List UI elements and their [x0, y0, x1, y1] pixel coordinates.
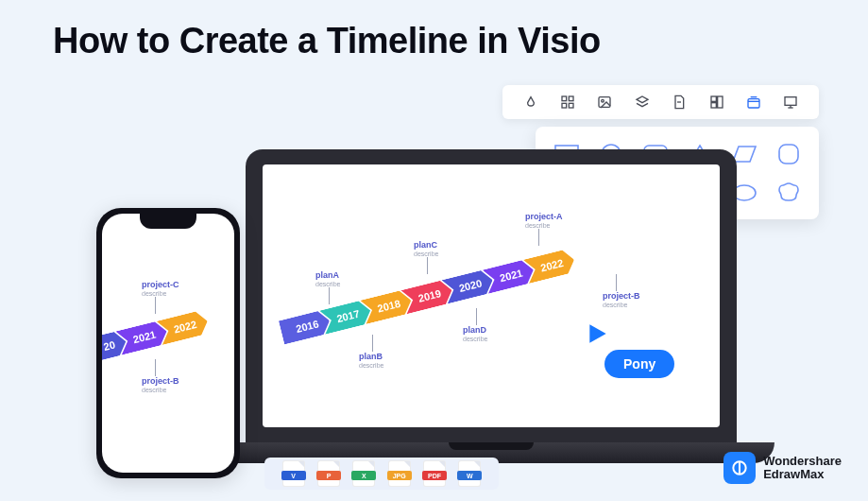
laptop-mockup: 2016 2017 2018 2019 2020 2021 2022 planA…	[246, 149, 737, 444]
apps-icon[interactable]	[559, 94, 576, 111]
callout: planAdescribe	[315, 270, 340, 287]
presentation-icon[interactable]	[782, 94, 799, 111]
file-excel[interactable]: X	[352, 460, 375, 487]
file-word[interactable]: W	[458, 460, 481, 487]
callout: planDdescribe	[463, 325, 487, 342]
callout: project-Adescribe	[525, 212, 563, 229]
user-badge: Pony	[604, 350, 674, 378]
phone-mockup: 20 2021 2022 project-Cdescribe project-B…	[96, 208, 240, 478]
shape-badge[interactable]	[771, 177, 806, 208]
svg-rect-6	[711, 96, 716, 101]
laptop-screen: 2016 2017 2018 2019 2020 2021 2022 planA…	[263, 164, 720, 427]
file-visio[interactable]: V	[282, 460, 305, 487]
layers-icon[interactable]	[634, 94, 651, 111]
brand-text: Wondershare EdrawMax	[763, 455, 842, 480]
phone-screen: 20 2021 2022 project-Cdescribe project-B…	[102, 214, 234, 473]
export-bar: V P X JPG PDF W	[264, 458, 499, 490]
svg-rect-9	[748, 99, 759, 108]
layout-icon[interactable]	[708, 94, 725, 111]
callout: project-Cdescribe	[142, 280, 179, 297]
page-icon[interactable]	[671, 94, 688, 111]
laptop-notch	[449, 442, 534, 450]
svg-rect-1	[569, 96, 573, 101]
svg-rect-7	[717, 96, 722, 108]
callout: planBdescribe	[359, 352, 383, 369]
brand-badge-icon	[723, 452, 756, 484]
svg-rect-4	[599, 97, 610, 108]
timeline-phone: 20 2021 2022	[102, 309, 211, 361]
file-jpg[interactable]: JPG	[388, 460, 411, 487]
file-pdf[interactable]: PDF	[423, 460, 446, 487]
callout: project-Bdescribe	[142, 376, 179, 393]
phone-notch	[140, 214, 196, 229]
container-icon[interactable]	[745, 94, 762, 111]
image-icon[interactable]	[596, 94, 613, 111]
svg-rect-8	[711, 103, 716, 108]
callout: project-Bdescribe	[603, 291, 640, 308]
svg-rect-14	[779, 145, 798, 164]
svg-rect-2	[562, 103, 567, 108]
callout: planCdescribe	[414, 240, 438, 257]
fill-icon[interactable]	[522, 94, 539, 111]
page-title: How to Create a Timeline in Visio	[53, 21, 601, 61]
svg-rect-10	[785, 97, 796, 106]
cursor-icon	[586, 321, 610, 346]
svg-rect-3	[569, 103, 573, 108]
svg-rect-0	[562, 96, 567, 101]
timeline-seg: 2022	[523, 248, 577, 284]
file-ppt[interactable]: P	[317, 460, 340, 487]
brand-logo: Wondershare EdrawMax	[723, 452, 842, 484]
timeline-seg: 2022	[157, 309, 211, 345]
top-toolbar	[502, 85, 819, 119]
svg-point-5	[602, 99, 604, 102]
shape-rounded-square[interactable]	[771, 138, 806, 169]
